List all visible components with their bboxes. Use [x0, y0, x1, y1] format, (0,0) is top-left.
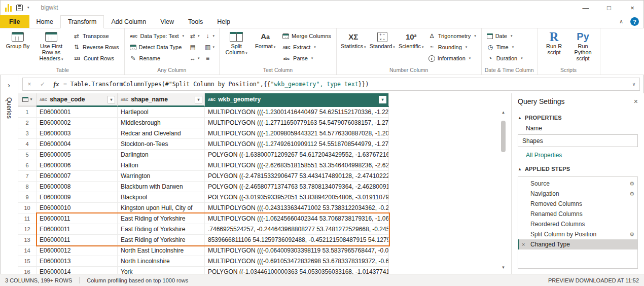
applied-step-source[interactable]: Source ⚙ [518, 178, 637, 189]
cell-wkb-geometry[interactable]: POLYGON ((-2.46580771374763 53.780813407… [205, 182, 389, 192]
duration-button[interactable]: ◔Duration▾ [485, 53, 525, 64]
cell-shape-name[interactable]: Darlington [118, 150, 205, 160]
step-settings-gear-icon[interactable]: ⚙ [629, 191, 634, 197]
column-header-shape-name[interactable]: ABC shape_name ▾ [118, 93, 205, 107]
row-number[interactable]: 10 [18, 203, 37, 213]
row-number[interactable]: 16 [18, 267, 37, 274]
cell-shape-name[interactable]: Warrington [118, 171, 205, 182]
run-python-script-button[interactable]: Py Run Python script [569, 30, 597, 66]
cell-wkb-geometry[interactable]: MULTIPOLYGON (((-1.23001416440497 54.625… [205, 107, 389, 118]
row-number[interactable]: 13 [18, 235, 37, 245]
cell-shape-name[interactable]: Blackburn with Darwen [118, 182, 205, 192]
cell-shape-code[interactable]: E06000011 [37, 213, 118, 224]
cell-shape-name[interactable]: East Riding of Yorkshire [118, 213, 205, 224]
cell-shape-code[interactable]: E06000011 [37, 235, 118, 245]
tab-view[interactable]: View [153, 15, 181, 28]
column-header-wkb-geometry[interactable]: ABC wkb_geometry ▾ [205, 93, 389, 107]
formula-bar[interactable]: × ✓ fx = Table.TransformColumnTypes(#"Sp… [22, 78, 640, 91]
cell-wkb-geometry[interactable]: POLYGON ((-3.01935933952051 53.838942005… [205, 192, 389, 203]
row-number[interactable]: 4 [18, 139, 37, 150]
table-row[interactable]: 1 E06000001 Hartlepool MULTIPOLYGON (((-… [18, 107, 511, 118]
count-rows-button[interactable]: 123Count Rows [71, 53, 121, 64]
cell-wkb-geometry[interactable]: MULTIPOLYGON (((-1.20098059443321 54.577… [205, 128, 389, 139]
cell-shape-code[interactable]: E06000004 [37, 139, 118, 150]
cell-shape-code[interactable]: E06000007 [37, 171, 118, 182]
applied-step-reordered-columns[interactable]: Reordered Columns [518, 219, 637, 229]
parse-button[interactable]: abcParse▾ [280, 53, 333, 64]
table-row[interactable]: 8 E06000008 Blackburn with Darwen POLYGO… [18, 182, 511, 192]
tab-home[interactable]: Home [29, 15, 60, 28]
row-number[interactable]: 5 [18, 150, 37, 160]
cell-shape-code[interactable]: E06000014 [37, 267, 118, 274]
row-number[interactable]: 7 [18, 171, 37, 182]
cell-shape-code[interactable]: E06000008 [37, 182, 118, 192]
filter-shape-code-icon[interactable]: ▾ [108, 96, 115, 103]
row-number[interactable]: 3 [18, 128, 37, 139]
table-row[interactable]: 6 E06000006 Halton MULTIPOLYGON (((-2.62… [18, 160, 511, 171]
all-properties-link[interactable]: All Properties [526, 152, 638, 159]
cell-shape-name[interactable]: Halton [118, 160, 205, 171]
run-r-script-button[interactable]: R Run R script [541, 30, 568, 66]
minimize-button[interactable]: — [574, 0, 597, 15]
standard-button[interactable]: + −× ÷ Standard▾ [369, 30, 396, 66]
row-number[interactable]: 2 [18, 118, 37, 128]
close-panel-icon[interactable]: × [634, 97, 638, 105]
row-number[interactable]: 15 [18, 256, 37, 267]
table-row[interactable]: 15 E06000013 North Lincolnshire MULTIPOL… [18, 256, 511, 267]
formula-check-icon[interactable]: ✓ [36, 81, 49, 88]
cell-shape-code[interactable]: E06000006 [37, 160, 118, 171]
cell-wkb-geometry[interactable]: MULTIPOLYGON (((-1.27492610909112 54.551… [205, 139, 389, 150]
expand-queries-pane-icon[interactable]: › [8, 81, 10, 89]
format-button[interactable]: Aa Format▾ [252, 30, 279, 66]
formula-cancel-icon[interactable]: × [23, 81, 36, 88]
cell-shape-name[interactable]: East Riding of Yorkshire [118, 224, 205, 235]
table-row[interactable]: 12 E06000011 East Riding of Yorkshire .7… [18, 224, 511, 235]
cell-shape-code[interactable]: E06000012 [37, 245, 118, 256]
collapse-ribbon-icon[interactable]: ∧ [619, 18, 623, 25]
rename-button[interactable]: ✎Rename [128, 53, 187, 64]
row-number[interactable]: 6 [18, 160, 37, 171]
cell-shape-code[interactable]: E06000011 [37, 224, 118, 235]
cell-shape-name[interactable]: Hartlepool [118, 107, 205, 118]
row-number[interactable]: 9 [18, 192, 37, 203]
cell-shape-code[interactable]: E06000010 [37, 203, 118, 213]
detect-data-type-button[interactable]: Detect Data Type [128, 42, 187, 53]
cell-shape-code[interactable]: E06000013 [37, 256, 118, 267]
step-settings-gear-icon[interactable]: ⚙ [629, 181, 634, 187]
pivot-column-button[interactable]: ▤ [188, 42, 201, 53]
cell-shape-name[interactable]: York [118, 267, 205, 274]
time-button[interactable]: ◷Time▾ [485, 42, 525, 53]
filter-wkb-geometry-icon[interactable]: ▾ [379, 96, 386, 103]
quick-access-caret-icon[interactable]: ▾ [27, 6, 29, 10]
table-row[interactable]: 16 E06000014 York POLYGON ((-1.034461000… [18, 267, 511, 274]
fill-button[interactable]: ↓▾ [203, 30, 217, 42]
statistics-button[interactable]: XΣ Statistics▾ [340, 30, 367, 66]
cell-wkb-geometry[interactable]: POLYGON ((-1.63800071209267 54.617204342… [205, 150, 389, 160]
cell-shape-name[interactable]: Redcar and Cleveland [118, 128, 205, 139]
table-row[interactable]: 5 E06000005 Darlington POLYGON ((-1.6380… [18, 150, 511, 160]
group-by-button[interactable]: Group By [4, 30, 31, 66]
row-number[interactable]: 11 [18, 213, 37, 224]
cell-wkb-geometry[interactable]: MULTIPOLYGON (((-0.243133634471002 53.73… [205, 203, 389, 213]
cell-shape-name[interactable]: Kingston upon Hull, City of [118, 203, 205, 213]
scrollbar-thumb[interactable] [501, 121, 506, 152]
row-number[interactable]: 12 [18, 224, 37, 235]
applied-step-removed-columns[interactable]: Removed Columns [518, 199, 637, 209]
maximize-button[interactable]: □ [597, 0, 621, 15]
cell-wkb-geometry[interactable]: MULTIPOLYGON (((-0.064009303398119 53.58… [205, 245, 389, 256]
table-row[interactable]: 13 E06000011 East Riding of Yorkshire 85… [18, 235, 511, 245]
step-settings-gear-icon[interactable]: ⚙ [629, 231, 634, 238]
unpivot-columns-button[interactable]: ▥▾ [203, 42, 217, 53]
formula-expand-icon[interactable]: ∨ [628, 82, 639, 87]
query-name-input[interactable] [518, 134, 638, 147]
formula-input[interactable]: = Table.TransformColumnTypes(#"Split Col… [63, 81, 628, 88]
scroll-up-icon[interactable]: ▴ [502, 110, 505, 117]
scientific-button[interactable]: 10² Scientific▾ [398, 30, 425, 66]
row-number[interactable]: 14 [18, 245, 37, 256]
column-header-shape-code[interactable]: ABC shape_code ▾ [37, 93, 118, 107]
cell-shape-code[interactable]: E06000001 [37, 107, 118, 118]
scroll-down-icon[interactable]: ▾ [502, 265, 505, 272]
transpose-button[interactable]: ⇄Transpose [71, 30, 121, 42]
table-row[interactable]: 3 E06000003 Redcar and Cleveland MULTIPO… [18, 128, 511, 139]
table-menu-button[interactable]: ▾ [18, 93, 37, 107]
